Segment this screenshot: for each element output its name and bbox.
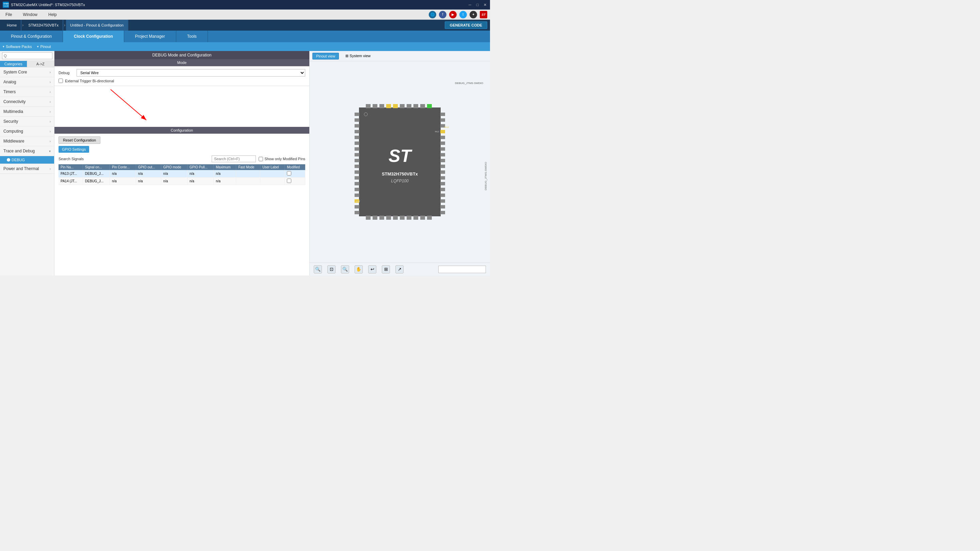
sidebar-item-security-label: Security bbox=[3, 119, 18, 124]
cell-conte-1: n/a bbox=[110, 170, 136, 178]
main-layout: ⚙ Categories A->Z System Core › Analog ›… bbox=[0, 51, 490, 275]
sidebar-item-system-core[interactable]: System Core › bbox=[0, 67, 54, 77]
svg-rect-44 bbox=[440, 118, 445, 122]
sidebar-item-multimedia[interactable]: Multimedia › bbox=[0, 107, 54, 117]
table-row[interactable]: PA14 (JT... DEBUG_J... n/a n/a n/a n/a n… bbox=[59, 178, 305, 185]
sidebar-search-input[interactable] bbox=[2, 52, 52, 59]
sidebar-sub-item-debug[interactable]: DEBUG bbox=[0, 156, 54, 164]
maximize-button[interactable]: □ bbox=[475, 2, 480, 7]
cell-gpio-pull-2: n/a bbox=[187, 178, 213, 185]
sidebar-item-connectivity[interactable]: Connectivity › bbox=[0, 97, 54, 107]
svg-rect-20 bbox=[400, 216, 404, 220]
config-content: Reset Configuration GPIO Settings Search… bbox=[54, 134, 309, 275]
external-trigger-label: External Trigger Bi-directional bbox=[65, 79, 114, 83]
grid-button[interactable]: ⊞ bbox=[382, 265, 390, 273]
social-globe-icon[interactable]: 🌐 bbox=[429, 11, 436, 18]
subtab-software-packs[interactable]: ▾ Software Packs bbox=[3, 44, 32, 49]
cell-gpio-pull-1: n/a bbox=[187, 170, 213, 178]
table-row[interactable]: PA13 (JT... DEBUG_J... n/a n/a n/a n/a n… bbox=[59, 170, 305, 178]
svg-rect-43 bbox=[440, 113, 445, 116]
social-facebook-icon[interactable]: f bbox=[439, 11, 447, 18]
pan-button[interactable]: ✋ bbox=[355, 265, 363, 273]
debug-field-label: Debug bbox=[59, 71, 74, 75]
sidebar-item-multimedia-arrow: › bbox=[50, 110, 51, 114]
svg-rect-32 bbox=[355, 153, 360, 156]
svg-rect-36 bbox=[355, 176, 360, 179]
svg-rect-26 bbox=[355, 118, 360, 122]
svg-rect-15 bbox=[366, 216, 371, 220]
external-trigger-checkbox[interactable] bbox=[59, 79, 63, 83]
svg-text:nRST: nRST bbox=[356, 200, 360, 202]
col-signal-on: Signal on... bbox=[83, 164, 110, 170]
tab-tools[interactable]: Tools bbox=[176, 30, 208, 42]
subtab-software-packs-label: Software Packs bbox=[6, 44, 32, 49]
svg-rect-58 bbox=[440, 199, 445, 203]
breadcrumb-current[interactable]: Untitled - Pinout & Configuration bbox=[66, 20, 128, 30]
close-button[interactable]: ✕ bbox=[482, 2, 487, 7]
reset-view-button[interactable]: ↩ bbox=[368, 265, 376, 273]
svg-rect-35 bbox=[355, 170, 360, 174]
sidebar-item-security-arrow: › bbox=[50, 120, 51, 124]
sidebar-item-middleware-arrow: › bbox=[50, 140, 51, 143]
menu-help[interactable]: Help bbox=[43, 10, 62, 19]
col-gpio-out: GPIO out... bbox=[136, 164, 161, 170]
st-logo-icon[interactable]: ST bbox=[480, 11, 487, 18]
svg-rect-27 bbox=[355, 124, 360, 127]
sidebar-item-timers-label: Timers bbox=[3, 89, 16, 94]
menu-window[interactable]: Window bbox=[18, 10, 43, 19]
cell-label-1 bbox=[260, 170, 285, 178]
social-network-icon[interactable]: ✦ bbox=[469, 11, 477, 18]
svg-rect-53 bbox=[440, 170, 445, 174]
gpio-settings-tab[interactable]: GPIO Settings bbox=[59, 146, 89, 153]
sidebar-item-trace-debug[interactable]: Trace and Debug ▾ bbox=[0, 146, 54, 156]
sidebar-item-connectivity-label: Connectivity bbox=[3, 99, 25, 104]
sidebar-item-trace-debug-arrow: ▾ bbox=[49, 149, 51, 153]
tab-pinout-view[interactable]: Pinout view bbox=[312, 53, 339, 60]
fit-view-button[interactable]: ⊡ bbox=[327, 265, 336, 273]
social-youtube-icon[interactable]: ▶ bbox=[449, 11, 457, 18]
tab-system-view[interactable]: ⊞ System view bbox=[342, 52, 374, 60]
svg-rect-28 bbox=[355, 130, 360, 133]
subtab-pinout-label: Pinout bbox=[40, 44, 51, 49]
tab-clock[interactable]: Clock Configuration bbox=[63, 30, 124, 42]
mode-content: Debug Serial Wire No Debug JTAG (4 pins)… bbox=[54, 66, 309, 86]
chip-svg: ST STM32H750VBTx LQFP100 nRST PA12 PA12 bbox=[339, 94, 461, 230]
search-signals-input[interactable] bbox=[212, 156, 256, 162]
svg-rect-16 bbox=[372, 216, 377, 220]
zoom-in-button[interactable]: 🔍 bbox=[314, 265, 322, 273]
breadcrumb-device[interactable]: STM32H750VBTx bbox=[24, 20, 63, 30]
sidebar-tab-az[interactable]: A->Z bbox=[27, 61, 54, 67]
chip-search-input[interactable] bbox=[438, 266, 486, 273]
sidebar-item-computing-label: Computing bbox=[3, 129, 23, 134]
sidebar-item-timers[interactable]: Timers › bbox=[0, 87, 54, 97]
svg-rect-38 bbox=[355, 188, 360, 191]
reset-configuration-button[interactable]: Reset Configuration bbox=[59, 137, 100, 144]
svg-rect-8 bbox=[386, 104, 391, 108]
breadcrumb-home[interactable]: Home bbox=[3, 20, 21, 30]
sidebar-item-security[interactable]: Security › bbox=[0, 117, 54, 127]
export-button[interactable]: ↗ bbox=[395, 265, 404, 273]
svg-rect-24 bbox=[427, 216, 432, 220]
debug-indicator-icon bbox=[7, 158, 10, 162]
sidebar-tab-categories[interactable]: Categories bbox=[0, 61, 27, 67]
sidebar-item-analog[interactable]: Analog › bbox=[0, 77, 54, 87]
debug-mode-select[interactable]: Serial Wire No Debug JTAG (4 pins) JTAG … bbox=[76, 69, 305, 76]
sidebar-item-computing[interactable]: Computing › bbox=[0, 127, 54, 137]
sidebar-item-power-thermal[interactable]: Power and Thermal › bbox=[0, 164, 54, 174]
tab-project[interactable]: Project Manager bbox=[124, 30, 176, 42]
show-modified-checkbox[interactable] bbox=[259, 157, 263, 161]
svg-rect-23 bbox=[420, 216, 425, 220]
left-pins bbox=[355, 113, 360, 214]
tab-pinout[interactable]: Pinout & Configuration bbox=[0, 30, 63, 42]
sidebar-item-middleware[interactable]: Middleware › bbox=[0, 137, 54, 146]
social-twitter-icon[interactable]: t bbox=[460, 11, 467, 18]
zoom-out-button[interactable]: 🔍 bbox=[341, 265, 349, 273]
menu-file[interactable]: File bbox=[0, 10, 18, 19]
subtab-pinout[interactable]: ▾ Pinout bbox=[37, 44, 51, 49]
svg-rect-11 bbox=[407, 104, 411, 108]
search-signals-label: Search Signals bbox=[59, 157, 84, 161]
cell-signal-2: DEBUG_J... bbox=[83, 178, 110, 185]
svg-rect-12 bbox=[414, 104, 418, 108]
minimize-button[interactable]: ─ bbox=[468, 2, 472, 7]
generate-code-button[interactable]: GENERATE CODE bbox=[445, 21, 487, 29]
